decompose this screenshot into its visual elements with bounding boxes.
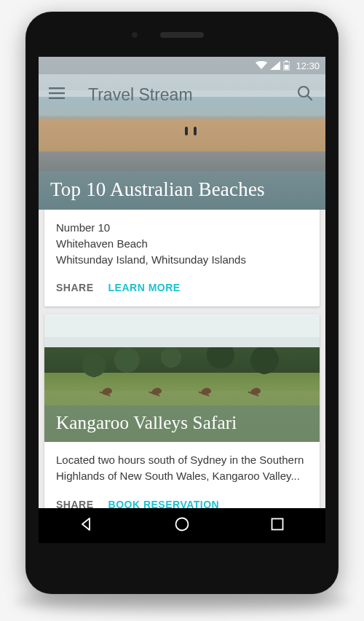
search-button[interactable] <box>295 84 315 105</box>
svg-rect-2 <box>285 65 289 70</box>
svg-point-8 <box>175 518 188 531</box>
share-button[interactable]: SHARE <box>56 494 94 508</box>
search-icon <box>297 85 313 104</box>
card-body: Located two hours south of Sydney in the… <box>44 442 320 489</box>
card-body-line: Number 10 <box>56 220 308 236</box>
screen: 12:30 Travel Stream <box>39 57 325 543</box>
svg-rect-4 <box>49 92 65 94</box>
card-title-band: Top 10 Australian Beaches <box>39 171 325 210</box>
svg-rect-1 <box>285 60 288 62</box>
svg-rect-9 <box>272 519 283 530</box>
signal-icon <box>270 61 280 70</box>
svg-line-7 <box>307 95 312 100</box>
card-body: Number 10 Whitehaven Beach Whitsunday Is… <box>44 210 320 272</box>
svg-rect-5 <box>49 98 65 99</box>
app-content: 12:30 Travel Stream <box>39 57 325 508</box>
home-icon <box>174 516 190 535</box>
safari-image: Kangaroo Valleys Safari <box>44 314 320 442</box>
back-button[interactable] <box>76 515 97 536</box>
beach-figures <box>185 127 197 135</box>
book-reservation-button[interactable]: BOOK RESERVATION <box>108 494 220 508</box>
card-actions: SHARE LEARN MORE <box>44 272 320 306</box>
phone-camera <box>131 31 138 39</box>
card-list[interactable]: Top 10 Australian Beaches Number 10 Whit… <box>39 57 325 508</box>
share-button[interactable]: SHARE <box>56 277 94 298</box>
hamburger-icon <box>49 87 65 102</box>
card-title-band: Kangaroo Valleys Safari <box>44 406 320 442</box>
kangaroo-figures <box>44 387 320 400</box>
card-actions: SHARE BOOK RESERVATION <box>44 489 320 508</box>
recent-apps-button[interactable] <box>267 515 288 536</box>
card-image: Kangaroo Valleys Safari <box>44 314 320 442</box>
back-icon <box>79 517 94 534</box>
card-body-line: Whitehaven Beach <box>56 236 308 252</box>
home-button[interactable] <box>172 515 192 536</box>
learn-more-button[interactable]: LEARN MORE <box>108 277 181 298</box>
status-bar: 12:30 <box>39 57 325 74</box>
system-nav-bar <box>39 508 325 543</box>
app-bar-title: Travel Stream <box>88 85 193 105</box>
app-bar: Travel Stream <box>39 74 325 115</box>
phone-frame: 12:30 Travel Stream <box>25 12 339 594</box>
card-body-line: Whitsunday Island, Whitsunday Islands <box>56 252 308 268</box>
phone-speaker <box>160 32 204 38</box>
battery-icon <box>283 60 290 71</box>
svg-rect-3 <box>49 87 65 89</box>
clock-text: 12:30 <box>296 60 320 71</box>
wifi-icon <box>256 61 267 70</box>
card-title: Top 10 Australian Beaches <box>50 178 314 201</box>
hamburger-menu-button[interactable] <box>49 84 69 105</box>
travel-card[interactable]: Kangaroo Valleys Safari Located two hour… <box>44 314 320 508</box>
card-title: Kangaroo Valleys Safari <box>56 413 308 433</box>
recent-apps-icon <box>271 518 284 534</box>
